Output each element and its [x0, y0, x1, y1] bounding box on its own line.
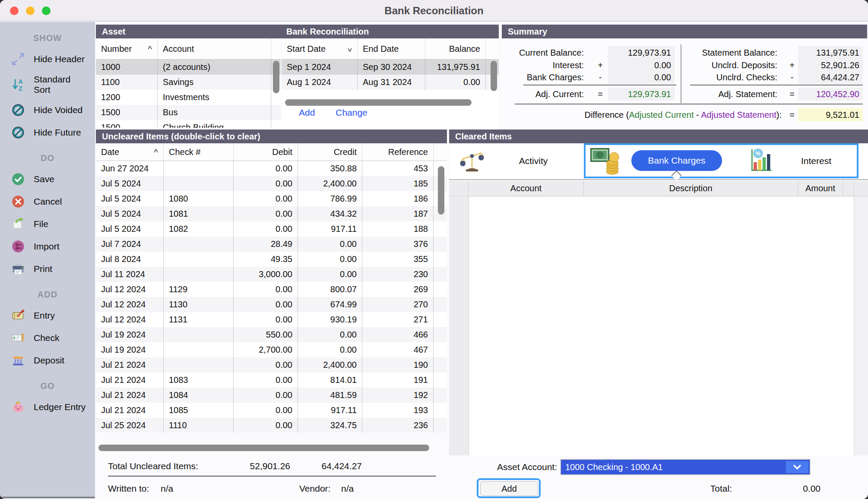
table-row[interactable]: Jul 8 202449.350.00355: [96, 252, 447, 267]
recon-vertical-scrollbar[interactable]: [491, 61, 497, 91]
table-cell: 917.11: [298, 403, 362, 418]
piggy-bank-icon: [10, 399, 26, 415]
column-header-amount[interactable]: Amount: [798, 181, 843, 196]
table-row[interactable]: Jul 19 2024550.000.00466: [96, 327, 447, 342]
add-reconciliation-link[interactable]: Add: [299, 107, 315, 117]
table-cell: Aug 1 2024: [282, 75, 358, 90]
table-cell: 1081: [164, 206, 234, 221]
column-header-debit[interactable]: Debit: [234, 143, 298, 161]
table-row[interactable]: Jul 5 202410800.00786.99186: [96, 191, 447, 206]
table-row[interactable]: Jul 21 202410830.00814.01191: [96, 373, 447, 388]
interest-value: 0.00: [608, 59, 675, 72]
table-cell: Investments: [158, 90, 271, 105]
uncleared-totals-row: Total Uncleared Items: 52,901.26 64,424.…: [96, 458, 447, 474]
table-cell: 355: [362, 252, 434, 267]
table-row[interactable]: Jul 5 202410810.00434.32187: [96, 206, 447, 221]
table-row[interactable]: 1500Bus: [96, 105, 281, 120]
interest-chart-icon: %: [748, 148, 774, 176]
column-header-number[interactable]: Number^: [96, 38, 158, 59]
column-header-account[interactable]: Account: [158, 38, 271, 59]
table-row[interactable]: Aug 1 2024Aug 31 20240.00: [282, 75, 499, 90]
sidebar-item-label: Hide Header: [34, 54, 85, 64]
table-cell: Jul 25 2024: [96, 418, 164, 433]
sidebar-item-hide-header[interactable]: Hide Header: [0, 48, 95, 70]
cleared-scrollbar-track[interactable]: [854, 197, 868, 455]
table-row[interactable]: Jul 5 202410820.00917.11188: [96, 221, 447, 237]
sidebar-item-deposit[interactable]: Deposit: [0, 349, 95, 372]
table-cell: 1110: [164, 418, 234, 433]
sidebar-item-print[interactable]: Print: [0, 258, 95, 280]
table-row[interactable]: Jun 27 20240.00350.88453: [96, 161, 447, 176]
table-cell: 434.32: [298, 206, 362, 221]
change-reconciliation-link[interactable]: Change: [336, 107, 367, 117]
table-row[interactable]: Jul 21 202410850.00917.11193: [96, 403, 447, 418]
table-row[interactable]: 1200Investments: [96, 90, 281, 105]
chevron-down-icon[interactable]: [786, 461, 808, 473]
table-row[interactable]: Sep 1 2024Sep 30 2024131,975.91: [282, 60, 499, 75]
table-cell: Jul 5 2024: [96, 176, 164, 191]
sidebar-item-import[interactable]: Import: [0, 235, 95, 258]
unclrd-deposits-op: +: [787, 59, 797, 72]
column-header-check[interactable]: Check #: [164, 143, 234, 161]
sidebar-item-cancel[interactable]: Cancel: [0, 190, 95, 213]
sidebar-item-entry[interactable]: Entry: [0, 304, 95, 327]
column-header-credit[interactable]: Credit: [298, 143, 362, 161]
table-row[interactable]: Jul 12 202411300.00674.99270: [96, 297, 447, 312]
uncleared-horizontal-scrollbar[interactable]: [98, 445, 429, 451]
column-header-account[interactable]: Account: [469, 181, 584, 196]
table-cell: 466: [362, 327, 434, 342]
sidebar-item-label: Hide Future: [34, 127, 81, 138]
column-header-end-date[interactable]: End Date: [358, 38, 425, 59]
uncleared-vertical-scrollbar[interactable]: [438, 166, 444, 215]
sidebar-section-go: GO: [0, 376, 95, 396]
sidebar-item-file[interactable]: File: [0, 213, 95, 235]
table-row[interactable]: Jul 21 202410840.00481.59192: [96, 388, 447, 403]
column-header-balance[interactable]: Balance: [425, 38, 486, 59]
table-row[interactable]: Jul 7 202428.490.00376: [96, 237, 447, 252]
table-cell: 0.00: [298, 327, 362, 342]
sort-asc-icon: ^: [148, 38, 152, 59]
sidebar-item-save[interactable]: Save: [0, 168, 95, 190]
table-cell: Jul 21 2024: [96, 373, 164, 388]
table-cell: 185: [362, 176, 434, 191]
tab-interest[interactable]: Interest: [782, 143, 851, 178]
sidebar-item-hide-voided[interactable]: Hide Voided: [0, 99, 95, 121]
column-header-description[interactable]: Description: [584, 181, 798, 196]
table-cell: 0.00: [234, 282, 298, 297]
table-cell: 1080: [164, 191, 234, 206]
recon-horizontal-scrollbar[interactable]: [285, 99, 472, 106]
column-header-start-date[interactable]: Start Date^: [282, 38, 358, 59]
table-row[interactable]: Jul 21 20240.002,400.00190: [96, 357, 447, 373]
table-row[interactable]: Jul 12 202411310.00930.19271: [96, 312, 447, 327]
table-row[interactable]: 1500Church Building: [96, 120, 281, 128]
asset-vertical-scrollbar[interactable]: [273, 61, 279, 93]
column-header-date[interactable]: Date^: [96, 143, 164, 161]
table-row[interactable]: 1100Savings: [96, 75, 281, 90]
add-cleared-item-button[interactable]: Add: [480, 481, 538, 496]
cleared-table-body[interactable]: [449, 197, 868, 455]
sidebar-item-standard-sort[interactable]: AZStandardSort: [0, 70, 95, 99]
sidebar-item-hide-future[interactable]: Hide Future: [0, 121, 95, 144]
table-row[interactable]: Jul 5 20240.002,400.00185: [96, 176, 447, 191]
unclrd-checks-op: -: [787, 71, 797, 84]
column-header-reference[interactable]: Reference: [362, 143, 434, 161]
tab-activity[interactable]: Activity: [499, 143, 568, 178]
table-cell: 187: [362, 206, 434, 221]
adj-statement-value: 120,452.90: [798, 88, 863, 101]
adj-current-label: Adj. Current:: [507, 88, 584, 101]
table-row[interactable]: Jul 12 202411290.00800.07269: [96, 282, 447, 297]
sidebar: SHOWHide HeaderAZStandardSortHide Voided…: [0, 22, 95, 499]
table-cell: 270: [362, 297, 434, 312]
table-cell: Aug 31 2024: [358, 75, 425, 90]
tab-bank-charges[interactable]: Bank Charges: [631, 150, 722, 171]
sidebar-item-check[interactable]: $Check: [0, 327, 95, 349]
asset-account-value: 1000 Checking - 1000.A1: [561, 460, 810, 474]
uncleared-panel-header: Uncleared Items (double-click to clear): [96, 129, 447, 143]
asset-account-dropdown[interactable]: 1000 Checking - 1000.A1: [560, 459, 811, 475]
adj-current-value: 129,973.91: [608, 88, 675, 101]
sidebar-item-ledger-entry[interactable]: Ledger Entry: [0, 396, 95, 418]
table-row[interactable]: Jul 11 20243,000.000.00230: [96, 267, 447, 282]
table-row[interactable]: Jul 19 20242,700.000.00467: [96, 342, 447, 357]
table-row[interactable]: 1000(2 accounts): [96, 60, 281, 75]
table-row[interactable]: Jul 25 202411100.00324.75236: [96, 418, 447, 433]
